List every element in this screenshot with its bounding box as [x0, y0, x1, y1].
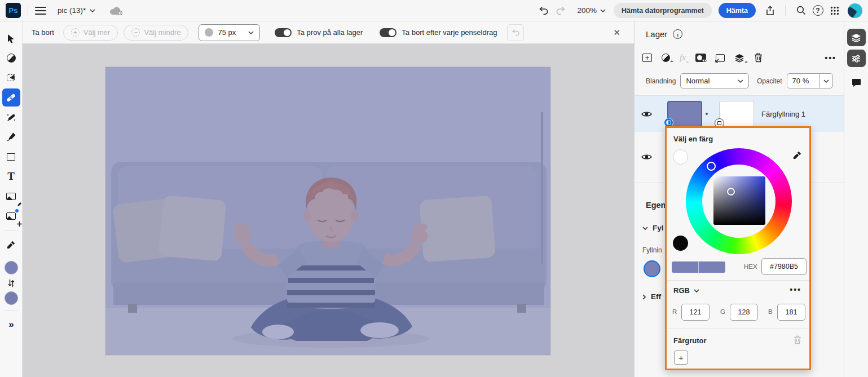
blend-mode-value: Normal: [686, 77, 710, 85]
chevron-down-icon: [248, 31, 254, 34]
select-less-button[interactable]: − Välj mindre: [124, 25, 188, 41]
revert-stroke-button[interactable]: [507, 24, 524, 41]
brush-size-dropdown[interactable]: 75 px: [199, 24, 260, 41]
fill-section-header[interactable]: Fyl: [642, 224, 665, 232]
share-icon[interactable]: [761, 2, 778, 19]
swap-colors-button[interactable]: [2, 276, 20, 290]
effects-section-header[interactable]: Eff: [642, 292, 665, 301]
remove-tool[interactable]: [2, 108, 20, 126]
eyedropper-tool[interactable]: [2, 236, 20, 254]
foreground-color-swatch[interactable]: [5, 261, 18, 274]
canvas-image[interactable]: [105, 67, 550, 355]
swatches-title: Färgrutor: [673, 336, 707, 345]
r-input[interactable]: [681, 304, 710, 321]
photoshop-logo: Ps: [6, 3, 21, 18]
arrange-layers-button[interactable]: [734, 54, 744, 63]
delete-swatch-button[interactable]: [794, 335, 801, 346]
fill-layer-thumbnail[interactable]: [667, 101, 702, 127]
place-embedded-button[interactable]: [716, 54, 725, 62]
color-preview-swatch: [672, 261, 725, 273]
eyedropper-icon[interactable]: [792, 150, 802, 162]
zoom-level-dropdown[interactable]: 200%: [577, 6, 606, 15]
apps-grid-icon[interactable]: [826, 2, 843, 19]
search-icon[interactable]: [792, 2, 809, 19]
type-tool[interactable]: T: [2, 167, 20, 185]
chevron-down-icon: [600, 9, 606, 12]
white-swatch[interactable]: [673, 149, 688, 165]
close-options-button[interactable]: ✕: [609, 25, 625, 40]
eye-icon: [702, 59, 707, 62]
color-options-button[interactable]: •••: [790, 285, 801, 294]
layer-mask-thumbnail[interactable]: [719, 101, 754, 127]
hue-cursor[interactable]: [707, 162, 716, 171]
brush-tool[interactable]: [2, 128, 20, 146]
minus-circle-icon: −: [131, 28, 140, 37]
selection-tool[interactable]: [2, 49, 20, 67]
blend-mode-dropdown[interactable]: Normal: [680, 73, 748, 88]
help-icon[interactable]: ?: [809, 2, 826, 19]
comments-button[interactable]: [847, 74, 866, 91]
b-input[interactable]: [777, 304, 805, 321]
adjustments-button[interactable]: [662, 54, 670, 62]
divider: [5, 310, 18, 311]
b-label: B: [768, 308, 773, 315]
undo-button[interactable]: [535, 2, 552, 19]
divider: [785, 5, 786, 16]
opacity-dropdown[interactable]: 70 %: [787, 73, 833, 88]
effects-button[interactable]: fx: [680, 53, 686, 63]
move-tool[interactable]: [2, 29, 20, 47]
layers-panel-button[interactable]: [847, 29, 866, 46]
pencil-icon: [17, 202, 22, 207]
arrow-down-left-icon: [714, 58, 720, 64]
more-tools-button[interactable]: »: [2, 316, 20, 334]
cloud-sync-icon[interactable]: [109, 6, 124, 15]
background-color-swatch[interactable]: [5, 291, 18, 305]
spot-healing-tool[interactable]: [2, 88, 20, 107]
g-input[interactable]: [730, 304, 758, 321]
main-menu-button[interactable]: [35, 7, 46, 15]
layer-visibility-eye-icon[interactable]: [635, 153, 658, 161]
add-image-tool[interactable]: [2, 207, 20, 225]
shape-tool[interactable]: [2, 148, 20, 166]
black-swatch[interactable]: [673, 236, 688, 251]
select-more-button[interactable]: + Välj mer: [63, 25, 118, 41]
delete-layer-button[interactable]: [754, 53, 763, 63]
r-label: R: [672, 308, 677, 315]
divider: [28, 5, 28, 16]
chevron-down-icon: [738, 79, 743, 83]
top-bar: Ps pic (13)* 200% Hämta datorprogrammet …: [0, 0, 868, 21]
get-button[interactable]: Hämta: [719, 3, 756, 18]
document-title-dropdown[interactable]: pic (13)*: [58, 6, 95, 15]
user-avatar[interactable]: [848, 3, 862, 18]
fill-color-swatch[interactable]: [644, 260, 660, 277]
layer-visibility-eye-icon[interactable]: [635, 110, 658, 118]
hex-input[interactable]: [761, 258, 807, 275]
remove-after-stroke-toggle[interactable]: [380, 28, 396, 37]
mask-button[interactable]: [695, 54, 706, 62]
more-options-button[interactable]: •••: [825, 54, 836, 63]
tool-bar: T »: [0, 21, 23, 377]
add-layer-button[interactable]: +: [642, 54, 652, 62]
layers-panel: Lager i + fx ••• Blandning Norma: [634, 21, 844, 377]
layer-name: Färgfyllning 1: [761, 110, 805, 118]
chevron-down-icon: [642, 227, 648, 230]
sample-all-layers-toggle[interactable]: [275, 28, 292, 37]
color-cursor[interactable]: [727, 188, 735, 196]
chevron-right-icon: [642, 294, 646, 300]
add-swatch-button[interactable]: +: [674, 351, 688, 365]
get-desktop-app-button[interactable]: Hämta datorprogrammet: [614, 3, 712, 18]
color-mode-dropdown[interactable]: RGB: [673, 286, 699, 295]
object-selection-tool[interactable]: [2, 69, 20, 87]
remove-after-stroke-label: Ta bort efter varje penseldrag: [402, 28, 497, 37]
divider: [5, 230, 18, 230]
chevron-down-icon: [694, 289, 699, 292]
redo-button[interactable]: [552, 2, 569, 19]
panel-rail: [844, 21, 868, 377]
fill-badge-icon: [664, 118, 673, 127]
plus-circle-icon: +: [71, 28, 80, 37]
properties-panel-button[interactable]: [847, 50, 866, 67]
info-icon[interactable]: i: [673, 29, 682, 39]
adjust-image-tool[interactable]: [2, 187, 20, 205]
saturation-brightness-square[interactable]: [713, 176, 765, 225]
brush-preview-icon: [205, 28, 213, 37]
